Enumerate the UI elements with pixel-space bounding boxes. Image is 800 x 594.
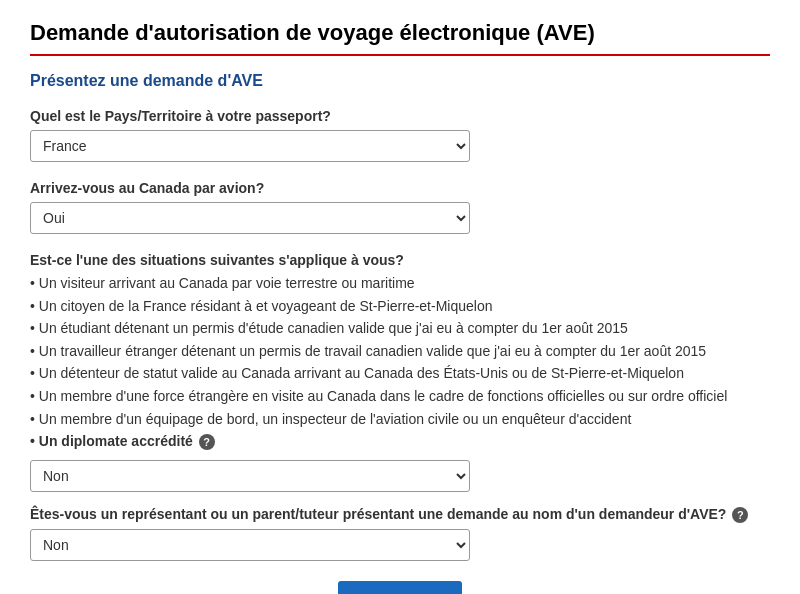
representative-group: Êtes-vous un représentant ou un parent/t…	[30, 506, 770, 561]
flight-group: Arrivez-vous au Canada par avion? Oui No…	[30, 180, 770, 234]
list-item: Un citoyen de la France résidant à et vo…	[30, 297, 770, 317]
button-row: Suivant ➜	[30, 581, 770, 594]
list-item: Un étudiant détenant un permis d'étude c…	[30, 319, 770, 339]
next-button[interactable]: Suivant ➜	[338, 581, 461, 594]
representative-label: Êtes-vous un représentant ou un parent/t…	[30, 506, 770, 523]
representative-select[interactable]: Non Oui	[30, 529, 470, 561]
situations-select[interactable]: Non Oui	[30, 460, 470, 492]
list-item: Un travailleur étranger détenant un perm…	[30, 342, 770, 362]
list-item: Un visiteur arrivant au Canada par voie …	[30, 274, 770, 294]
list-item: Un membre d'une force étrangère en visit…	[30, 387, 770, 407]
country-label: Quel est le Pays/Territoire à votre pass…	[30, 108, 770, 124]
representative-label-text: Êtes-vous un représentant ou un parent/t…	[30, 506, 726, 522]
section-subtitle: Présentez une demande d'AVE	[30, 72, 770, 90]
situations-list: Un visiteur arrivant au Canada par voie …	[30, 274, 770, 452]
situations-label: Est-ce l'une des situations suivantes s'…	[30, 252, 770, 268]
help-icon-representative[interactable]: ?	[732, 507, 748, 523]
country-group: Quel est le Pays/Territoire à votre pass…	[30, 108, 770, 162]
help-icon-diplomat[interactable]: ?	[199, 434, 215, 450]
page-title: Demande d'autorisation de voyage électro…	[30, 20, 770, 56]
country-select[interactable]: France Allemagne Belgique Suisse Espagne…	[30, 130, 470, 162]
flight-label: Arrivez-vous au Canada par avion?	[30, 180, 770, 196]
situations-group: Est-ce l'une des situations suivantes s'…	[30, 252, 770, 492]
flight-select[interactable]: Oui Non	[30, 202, 470, 234]
list-item-diplomat: Un diplomate accrédité ?	[30, 432, 770, 452]
list-item: Un détenteur de statut valide au Canada …	[30, 364, 770, 384]
list-item: Un membre d'un équipage de bord, un insp…	[30, 410, 770, 430]
